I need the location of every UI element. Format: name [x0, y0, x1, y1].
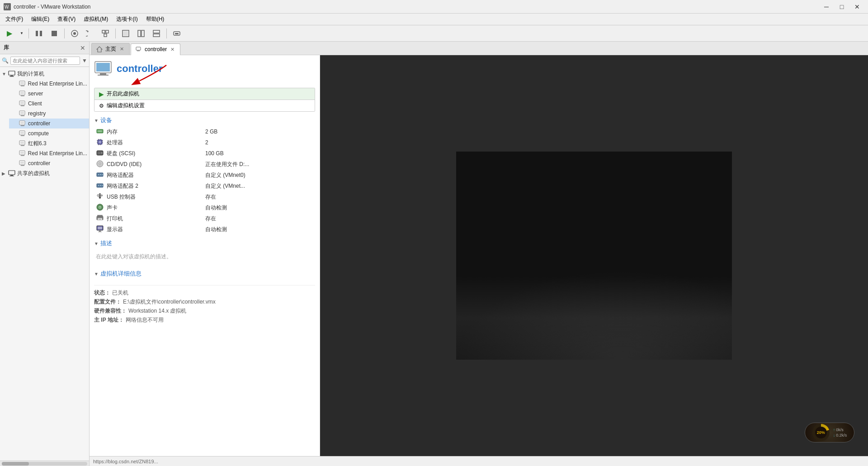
sidebar-label-redhat6: 红帽6.3	[28, 140, 47, 147]
menu-vm[interactable]: 虚拟机(M)	[80, 14, 112, 24]
menu-file[interactable]: 文件(F)	[2, 14, 27, 24]
edit-vm-button[interactable]: ⚙ 编辑虚拟机设置	[94, 100, 315, 111]
description-text: 在此处键入对该虚拟机的描述。	[94, 251, 315, 262]
upload-value: 0k/s	[836, 428, 844, 432]
svg-rect-49	[9, 171, 15, 175]
ctrlaltdel-button[interactable]	[170, 27, 184, 40]
vm-detail-info: 状态： 已关机 配置文件： E:\虚拟机文件\controller\contro…	[94, 285, 315, 324]
cpu-icon	[96, 138, 104, 146]
expand-icon: ▼	[2, 71, 8, 76]
sidebar: 库 ✕ 🔍 ▼ ▼ 我的计算机	[0, 42, 90, 466]
stop-button[interactable]	[47, 27, 61, 40]
menu-view[interactable]: 查看(V)	[54, 14, 79, 24]
svg-marker-7	[87, 30, 89, 33]
sidebar-item-compute[interactable]: compute	[9, 128, 89, 138]
config-label: 配置文件：	[94, 298, 121, 306]
menu-help[interactable]: 帮助(H)	[142, 14, 168, 24]
device-row-memory: 内存 2 GB	[94, 126, 315, 137]
sidebar-tree: ▼ 我的计算机	[0, 67, 89, 461]
view-fullscreen-button[interactable]	[119, 27, 132, 40]
computer-icon	[8, 70, 15, 77]
vm-icon-registry	[19, 110, 26, 117]
svg-rect-61	[98, 130, 99, 132]
tab-controller[interactable]: controller ✕	[131, 43, 180, 55]
sidebar-item-redhat1[interactable]: Red Hat Enterprise Lin...	[9, 79, 89, 89]
play-button[interactable]: ▶	[3, 27, 16, 40]
svg-rect-62	[99, 130, 100, 132]
play-dropdown-button[interactable]: ▼	[18, 27, 25, 40]
ctrlaltdel-icon	[173, 29, 181, 38]
description-area: 在此处键入对该虚拟机的描述。	[94, 251, 315, 262]
menu-bar: 文件(F) 编辑(E) 查看(V) 虚拟机(M) 选项卡(I) 帮助(H)	[0, 14, 868, 25]
svg-rect-30	[21, 105, 24, 106]
svg-rect-13	[138, 30, 141, 37]
toolbar-separator-1	[28, 29, 29, 38]
network-adapter-icon	[96, 171, 104, 179]
network1-name: 网络适配器	[107, 170, 205, 181]
sidebar-item-server[interactable]: server	[9, 89, 89, 99]
sidebar-item-controller[interactable]: controller	[9, 119, 89, 128]
sound-icon-cell	[94, 202, 107, 213]
svg-rect-54	[137, 51, 140, 51]
sidebar-close-button[interactable]: ✕	[80, 44, 85, 52]
sidebar-item-registry[interactable]: registry	[9, 109, 89, 119]
suspend-button[interactable]	[32, 27, 46, 40]
dvd-name: CD/DVD (IDE)	[107, 159, 205, 170]
printer-icon	[96, 214, 104, 222]
toolbar: ▶ ▼	[0, 25, 868, 42]
sidebar-item-shared-vms[interactable]: ▶ 共享的虚拟机	[0, 168, 89, 178]
svg-rect-19	[9, 71, 15, 75]
sidebar-scrollbar-thumb[interactable]	[2, 462, 29, 466]
cpu-icon-cell	[94, 137, 107, 148]
description-section-label: 描述	[100, 239, 112, 247]
arrow-decoration	[130, 63, 175, 87]
vm-icon-redhat2	[19, 150, 26, 157]
search-dropdown-icon[interactable]: ▼	[82, 57, 87, 64]
search-input[interactable]	[10, 57, 80, 65]
toolbar-separator-4	[166, 29, 167, 38]
tab-home-close[interactable]: ✕	[119, 46, 125, 52]
vm-panel: controller	[90, 55, 868, 456]
network2-value: 自定义 (VMnet...	[205, 181, 315, 191]
description-section-header[interactable]: ▼ 描述	[94, 239, 315, 247]
svg-text:W: W	[5, 5, 9, 10]
svg-rect-84	[100, 174, 101, 175]
device-row-network2: 网络适配器 2 自定义 (VMnet...	[94, 181, 315, 191]
svg-rect-2	[36, 31, 38, 36]
vm-screen[interactable]	[456, 152, 732, 360]
sidebar-item-redhat2[interactable]: Red Hat Enterprise Lin...	[9, 148, 89, 158]
svg-rect-83	[98, 174, 99, 175]
sound-name: 声卡	[107, 202, 205, 213]
close-button[interactable]: ✕	[850, 2, 864, 12]
device-row-cpu: 处理器 2	[94, 137, 315, 148]
unity-icon	[137, 29, 145, 38]
menu-tab[interactable]: 选项卡(I)	[113, 14, 141, 24]
menu-edit[interactable]: 编辑(E)	[28, 14, 53, 24]
sidebar-label-client: Client	[28, 100, 42, 107]
vm-detail-section-header[interactable]: ▼ 虚拟机详细信息	[94, 270, 315, 278]
minimize-button[interactable]: ─	[819, 2, 834, 12]
hdd-icon-cell	[94, 148, 107, 159]
view-split-button[interactable]	[150, 27, 163, 40]
vm-icon-compute	[19, 130, 26, 137]
maximize-button[interactable]: □	[835, 2, 849, 12]
sidebar-item-my-computer[interactable]: ▼ 我的计算机	[0, 69, 89, 79]
tab-home[interactable]: 主页 ✕	[91, 43, 130, 55]
snapshot-button[interactable]	[68, 27, 81, 40]
tab-controller-close[interactable]: ✕	[170, 47, 175, 52]
start-vm-button[interactable]: ▶ 开启此虚拟机	[94, 88, 315, 100]
revert-button[interactable]	[83, 27, 97, 40]
svg-rect-63	[100, 130, 101, 132]
search-icon: 🔍	[2, 57, 9, 64]
sidebar-item-client[interactable]: Client	[9, 99, 89, 109]
svg-rect-16	[153, 34, 160, 37]
download-value: 0.2k/s	[836, 433, 847, 437]
snapshot-manager-button[interactable]	[99, 27, 112, 40]
sidebar-scrollbar-track[interactable]	[2, 462, 87, 466]
sidebar-item-redhat6[interactable]: 红帽6.3	[9, 138, 89, 148]
view-unity-button[interactable]	[134, 27, 148, 40]
devices-section-label: 设备	[100, 116, 112, 124]
svg-rect-64	[102, 130, 102, 132]
devices-section-header[interactable]: ▼ 设备	[94, 116, 315, 124]
sidebar-item-controller2[interactable]: controller	[9, 158, 89, 168]
